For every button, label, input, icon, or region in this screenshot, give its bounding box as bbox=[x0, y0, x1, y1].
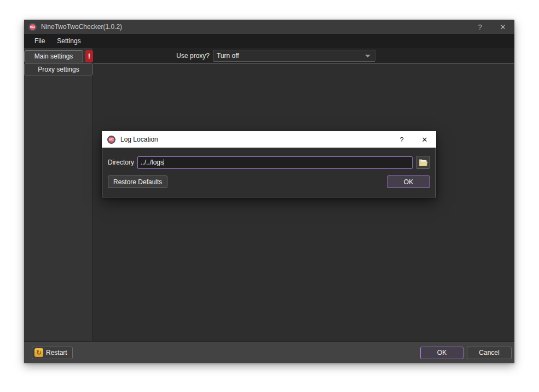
restore-defaults-button[interactable]: Restore Defaults bbox=[108, 175, 167, 188]
dialog-app-icon: 922 bbox=[107, 136, 115, 144]
sidebar: Main settings ! Proxy settings bbox=[24, 48, 93, 341]
dialog-close-button[interactable]: ✕ bbox=[413, 131, 436, 148]
app-icon: 922 bbox=[28, 23, 37, 31]
browse-button[interactable] bbox=[416, 156, 430, 169]
restart-button-label: Restart bbox=[46, 349, 67, 356]
footer-bar: ↻ Restart OK Cancel bbox=[24, 342, 514, 363]
footer-ok-button[interactable]: OK bbox=[420, 347, 463, 359]
proxy-setting-row: Use proxy? Turn off bbox=[93, 48, 514, 64]
dialog-ok-button[interactable]: OK bbox=[387, 175, 430, 188]
dialog-title: Log Location bbox=[120, 136, 390, 143]
folder-open-icon bbox=[419, 159, 428, 166]
directory-label: Directory bbox=[108, 159, 134, 166]
window-close-button[interactable]: ✕ bbox=[491, 20, 514, 34]
dialog-button-row: Restore Defaults OK bbox=[108, 175, 430, 188]
use-proxy-dropdown[interactable]: Turn off bbox=[213, 50, 375, 62]
use-proxy-label: Use proxy? bbox=[93, 52, 213, 60]
window-help-button[interactable]: ? bbox=[468, 20, 491, 34]
chevron-down-icon bbox=[365, 55, 370, 57]
dropdown-selected-value: Turn off bbox=[217, 52, 365, 60]
menu-file[interactable]: File bbox=[30, 35, 50, 47]
sidebar-tab-main-settings[interactable]: Main settings bbox=[24, 50, 83, 62]
dialog-body: Directory ../../logs Restore Defaults OK bbox=[102, 148, 436, 197]
dialog-help-button[interactable]: ? bbox=[390, 131, 413, 148]
log-location-dialog: 922 Log Location ? ✕ Directory ../../log… bbox=[102, 131, 436, 197]
text-caret bbox=[164, 159, 164, 166]
directory-input-text: ../../logs bbox=[141, 159, 164, 166]
directory-row: Directory ../../logs bbox=[108, 156, 430, 169]
dialog-titlebar: 922 Log Location ? ✕ bbox=[102, 131, 436, 148]
restart-button[interactable]: ↻ Restart bbox=[32, 347, 73, 359]
menubar: File Settings bbox=[24, 34, 514, 48]
directory-input[interactable]: ../../logs bbox=[137, 156, 413, 169]
warning-badge: ! bbox=[85, 50, 93, 62]
window-title: NineTwoTwoChecker(1.0.2) bbox=[41, 23, 468, 31]
titlebar: 922 NineTwoTwoChecker(1.0.2) ? ✕ bbox=[24, 20, 514, 34]
restart-icon: ↻ bbox=[34, 348, 43, 357]
menu-settings[interactable]: Settings bbox=[52, 35, 85, 47]
sidebar-tab-proxy-settings[interactable]: Proxy settings bbox=[24, 63, 93, 75]
settings-panel bbox=[93, 64, 514, 341]
desktop-background: 922 NineTwoTwoChecker(1.0.2) ? ✕ File Se… bbox=[0, 0, 539, 392]
footer-cancel-button[interactable]: Cancel bbox=[467, 347, 512, 359]
